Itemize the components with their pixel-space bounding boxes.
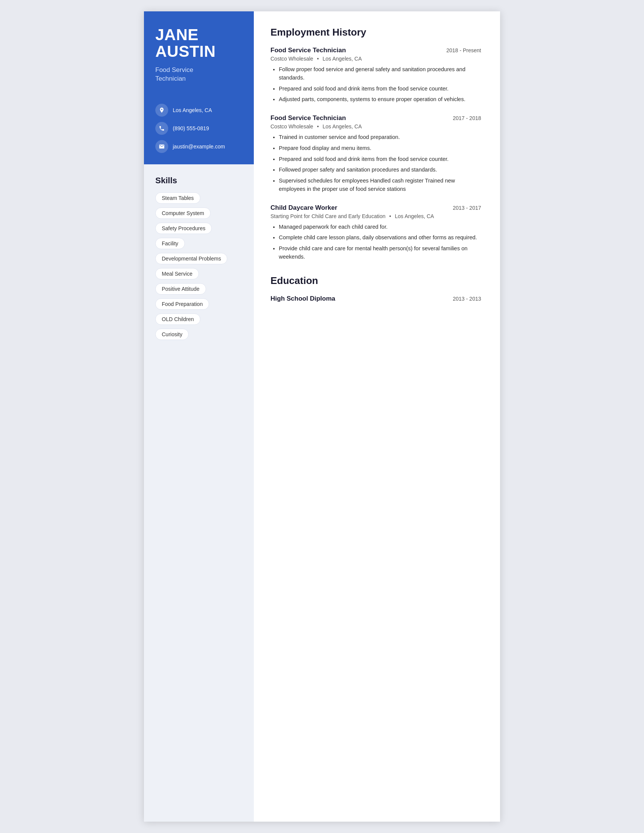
contact-section: Los Angeles, CA (890) 555-0819 jaustin@e… (144, 95, 254, 164)
skills-section: Skills Steam Tables Computer System Safe… (144, 164, 254, 822)
bullet-2-3: Prepared and sold food and drink items f… (279, 155, 481, 164)
company-name-3: Starting Point for Child Care and Early … (270, 213, 386, 219)
job-location-2: Los Angeles, CA (323, 124, 362, 130)
job-bullets-3: Managed paperwork for each child cared f… (270, 223, 481, 261)
skill-positive-attitude: Positive Attitude (155, 283, 206, 294)
name-line2: AUSTIN (155, 42, 216, 60)
bullet-sep-3: • (389, 213, 391, 219)
job-dates-2: 2017 - 2018 (453, 115, 481, 121)
bullet-2-4: Followed proper safety and sanitation pr… (279, 166, 481, 174)
skill-developmental-problems: Developmental Problems (155, 253, 227, 264)
skill-meal-service: Meal Service (155, 268, 199, 280)
email-icon (155, 140, 168, 153)
job-header-2: Food Service Technician 2017 - 2018 (270, 114, 481, 122)
email-contact: jaustin@example.com (155, 140, 242, 153)
skill-computer-system: Computer System (155, 207, 211, 219)
sidebar-header: JANE AUSTIN Food ServiceTechnician (144, 11, 254, 95)
bullet-3-1: Managed paperwork for each child cared f… (279, 223, 481, 232)
edu-title-1: High School Diploma (270, 295, 335, 302)
job-title-1: Food Service Technician (270, 47, 346, 54)
location-text: Los Angeles, CA (173, 107, 212, 113)
job-company-3: Starting Point for Child Care and Early … (270, 213, 481, 219)
bullet-2-1: Trained in customer service and food pre… (279, 133, 481, 142)
job-location-1: Los Angeles, CA (323, 56, 362, 62)
job-header-1: Food Service Technician 2018 - Present (270, 47, 481, 54)
location-contact: Los Angeles, CA (155, 104, 242, 117)
job-company-1: Costco Wholesale • Los Angeles, CA (270, 56, 481, 62)
job-entry-1: Food Service Technician 2018 - Present C… (270, 47, 481, 104)
job-dates-1: 2018 - Present (446, 47, 481, 53)
employment-section-title: Employment History (270, 26, 481, 38)
company-name-1: Costco Wholesale (270, 56, 313, 62)
bullet-1-2: Prepared and sold food and drink items f… (279, 85, 481, 93)
phone-contact: (890) 555-0819 (155, 122, 242, 135)
skills-heading: Skills (155, 176, 242, 185)
skill-food-preparation: Food Preparation (155, 298, 209, 310)
bullet-1-3: Adjusted parts, components, systems to e… (279, 95, 481, 104)
bullet-3-2: Complete child care lesson plans, daily … (279, 234, 481, 242)
bullet-1-1: Follow proper food service and general s… (279, 66, 481, 82)
email-text: jaustin@example.com (173, 143, 225, 150)
bullet-sep-2: • (317, 124, 319, 130)
main-content: Employment History Food Service Technici… (254, 11, 500, 822)
education-section-title: Education (270, 275, 481, 286)
candidate-title: Food ServiceTechnician (155, 66, 242, 83)
edu-entry-1: High School Diploma 2013 - 2013 (270, 295, 481, 302)
skill-curiosity: Curiosity (155, 329, 188, 340)
skill-facility: Facility (155, 238, 185, 249)
resume-container: JANE AUSTIN Food ServiceTechnician Los A… (144, 11, 500, 822)
name-line1: JANE (155, 26, 198, 43)
job-company-2: Costco Wholesale • Los Angeles, CA (270, 124, 481, 130)
job-entry-3: Child Daycare Worker 2013 - 2017 Startin… (270, 204, 481, 261)
job-bullets-2: Trained in customer service and food pre… (270, 133, 481, 193)
job-title-2: Food Service Technician (270, 114, 346, 122)
edu-dates-1: 2013 - 2013 (453, 296, 481, 302)
job-title-3: Child Daycare Worker (270, 204, 337, 212)
job-location-3: Los Angeles, CA (395, 213, 434, 219)
skill-steam-tables: Steam Tables (155, 192, 200, 204)
skills-list: Steam Tables Computer System Safety Proc… (155, 192, 242, 340)
job-dates-3: 2013 - 2017 (453, 205, 481, 211)
phone-text: (890) 555-0819 (173, 125, 209, 131)
bullet-2-2: Prepare food display and menu items. (279, 144, 481, 153)
phone-icon (155, 122, 168, 135)
job-bullets-1: Follow proper food service and general s… (270, 66, 481, 104)
bullet-3-3: Provide child care and care for mental h… (279, 244, 481, 261)
sidebar: JANE AUSTIN Food ServiceTechnician Los A… (144, 11, 254, 822)
location-icon (155, 104, 168, 117)
bullet-sep-1: • (317, 56, 319, 62)
job-header-3: Child Daycare Worker 2013 - 2017 (270, 204, 481, 212)
skill-safety-procedures: Safety Procedures (155, 223, 212, 234)
job-entry-2: Food Service Technician 2017 - 2018 Cost… (270, 114, 481, 193)
company-name-2: Costco Wholesale (270, 124, 313, 130)
bullet-2-5: Supervised schedules for employees Handl… (279, 177, 481, 193)
candidate-name: JANE AUSTIN (155, 26, 242, 60)
skill-old-children: OLD Children (155, 314, 200, 325)
